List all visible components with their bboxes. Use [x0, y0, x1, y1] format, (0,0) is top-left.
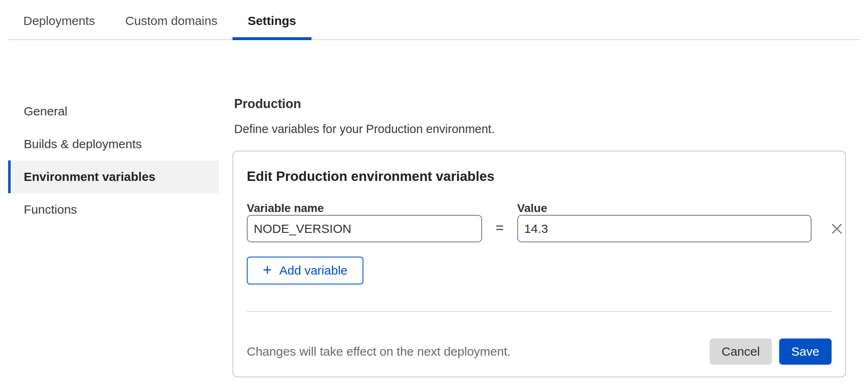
add-variable-button[interactable]: + Add variable	[247, 257, 363, 284]
close-icon	[828, 220, 845, 237]
cancel-button[interactable]: Cancel	[710, 338, 771, 365]
project-tab-bar: Deployments Custom domains Settings	[8, 0, 860, 40]
save-button[interactable]: Save	[779, 338, 832, 365]
variable-name-input[interactable]	[247, 215, 482, 242]
tab-custom-domains[interactable]: Custom domains	[110, 2, 232, 39]
tab-label: Settings	[248, 14, 296, 28]
active-tab-underline	[232, 37, 311, 40]
variable-value-input[interactable]	[517, 215, 812, 242]
card-footer: Changes will take effect on the next dep…	[247, 311, 832, 377]
deployment-note: Changes will take effect on the next dep…	[247, 345, 511, 359]
tab-settings[interactable]: Settings	[232, 2, 311, 39]
equals-sign: =	[496, 220, 504, 242]
edit-variables-card: Edit Production environment variables Va…	[232, 151, 846, 377]
remove-variable-button[interactable]	[825, 220, 845, 242]
settings-content: General Builds & deployments Environment…	[0, 40, 868, 377]
variable-name-label: Variable name	[247, 201, 482, 215]
add-variable-label: Add variable	[279, 264, 347, 277]
footer-actions: Cancel Save	[710, 338, 832, 365]
section-title: Production	[234, 97, 846, 111]
sidebar-item-builds-deployments[interactable]: Builds & deployments	[8, 128, 219, 160]
plus-icon: +	[263, 262, 272, 277]
sidebar-item-environment-variables[interactable]: Environment variables	[8, 160, 219, 193]
settings-sidebar: General Builds & deployments Environment…	[8, 40, 219, 226]
sidebar-item-functions[interactable]: Functions	[8, 193, 219, 226]
tab-label: Deployments	[23, 14, 95, 28]
environment-variables-panel: Production Define variables for your Pro…	[232, 40, 846, 377]
tab-label: Custom domains	[125, 14, 217, 28]
variable-value-label: Value	[517, 201, 812, 215]
card-title: Edit Production environment variables	[247, 169, 832, 184]
sidebar-item-general[interactable]: General	[8, 95, 219, 128]
variable-value-field-group: Value	[517, 201, 812, 242]
variable-row: Variable name = Value	[247, 201, 832, 242]
section-subtitle: Define variables for your Production env…	[234, 122, 846, 136]
variable-name-field-group: Variable name	[247, 201, 482, 242]
tab-deployments[interactable]: Deployments	[8, 2, 110, 39]
